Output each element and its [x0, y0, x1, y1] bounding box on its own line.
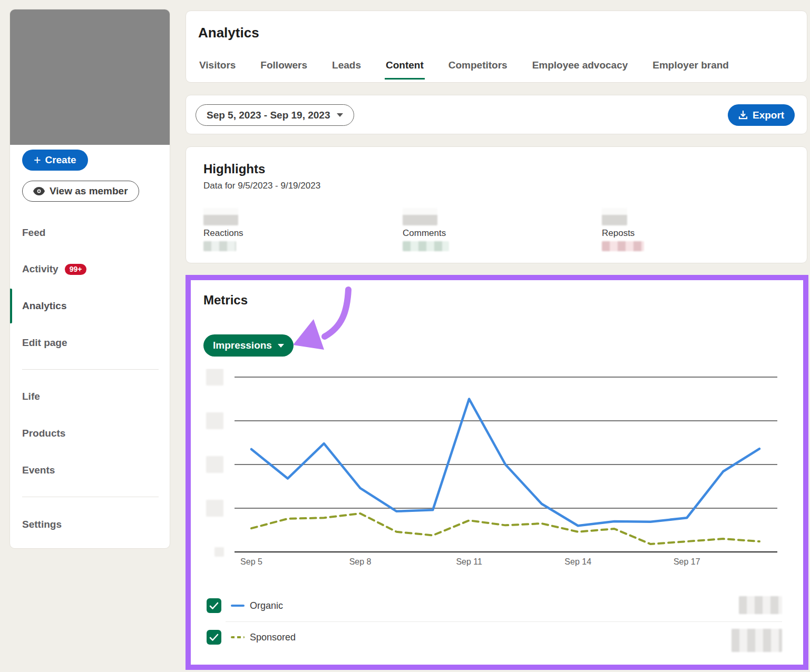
legend-label: Sponsored — [250, 632, 296, 643]
redacted-y-tick — [206, 500, 223, 517]
tab-employer-brand[interactable]: Employer brand — [651, 60, 730, 80]
export-label: Export — [753, 110, 784, 121]
sidebar-item-label: Products — [22, 428, 65, 439]
redacted-value-block — [731, 629, 782, 652]
metric-label: Reactions — [203, 228, 340, 239]
create-button[interactable]: + Create — [22, 150, 88, 171]
highlights-subtitle: Data for 9/5/2023 - 9/19/2023 — [203, 181, 320, 191]
legend-divider — [226, 621, 782, 622]
sidebar-item-products[interactable]: Products — [10, 423, 170, 444]
legend-row-organic: Organic — [191, 596, 803, 615]
redacted-change-block — [403, 241, 449, 251]
tab-content[interactable]: Content — [385, 60, 425, 80]
plus-icon: + — [34, 154, 41, 166]
redacted-y-tick — [214, 547, 224, 557]
sidebar-item-label: Edit page — [22, 337, 67, 349]
sidebar: + Create View as member Feed Activity 99… — [9, 9, 170, 549]
sidebar-divider — [22, 369, 159, 370]
x-tick-label: Sep 14 — [564, 557, 591, 566]
export-button[interactable]: Export — [728, 104, 795, 126]
tab-competitors[interactable]: Competitors — [447, 60, 509, 80]
legend-label: Organic — [250, 600, 283, 611]
sidebar-item-life[interactable]: Life — [10, 386, 170, 407]
organic-checkbox[interactable] — [207, 598, 221, 613]
sidebar-item-label: Activity — [22, 263, 58, 275]
toolbar-card: Sep 5, 2023 - Sep 19, 2023 Export — [186, 95, 807, 134]
impressions-line-chart[interactable]: Sep 5Sep 8Sep 11Sep 14Sep 17 — [200, 369, 780, 569]
tab-leads[interactable]: Leads — [331, 60, 362, 80]
x-tick-label: Sep 5 — [240, 557, 262, 566]
x-tick-label: Sep 8 — [349, 557, 372, 566]
redacted-value-block — [602, 208, 627, 225]
chevron-down-icon — [337, 113, 343, 117]
view-as-member-label: View as member — [50, 185, 128, 197]
caret-down-icon — [278, 344, 284, 348]
metric-selector-dropdown[interactable]: Impressions — [203, 334, 294, 357]
tab-visitors[interactable]: Visitors — [198, 60, 237, 80]
redacted-value-block — [403, 208, 437, 225]
organic-line-swatch — [231, 605, 245, 607]
tab-employee-advocacy[interactable]: Employee advocacy — [531, 60, 629, 80]
redacted-value-block — [739, 596, 782, 614]
highlights-card: Highlights Data for 9/5/2023 - 9/19/2023… — [186, 146, 807, 263]
sponsored-checkbox[interactable] — [207, 630, 221, 645]
highlight-metric-reposts: Reposts — [602, 208, 739, 251]
sponsored-line-swatch — [231, 636, 245, 638]
series-organic — [251, 399, 759, 526]
analytics-tabs: Visitors Followers Leads Content Competi… — [198, 60, 730, 80]
create-button-label: Create — [45, 154, 76, 166]
annotation-arrow — [280, 283, 365, 368]
sidebar-item-label: Life — [22, 391, 40, 402]
redacted-y-tick — [206, 456, 223, 473]
redacted-value-block — [203, 208, 238, 225]
analytics-header-card: Analytics Visitors Followers Leads Conte… — [186, 11, 807, 83]
x-tick-label: Sep 11 — [456, 557, 482, 566]
redacted-y-tick — [206, 369, 223, 386]
legend-row-sponsored: Sponsored — [191, 628, 803, 647]
highlight-metric-comments: Comments — [403, 208, 540, 251]
activity-count-badge: 99+ — [65, 264, 87, 275]
sidebar-item-feed[interactable]: Feed — [10, 222, 170, 243]
redacted-change-block — [602, 241, 644, 251]
sidebar-item-settings[interactable]: Settings — [10, 514, 170, 535]
sidebar-item-label: Feed — [22, 227, 45, 239]
redacted-change-block — [203, 241, 236, 251]
download-icon — [738, 111, 748, 120]
metric-label: Comments — [403, 228, 540, 239]
view-as-member-button[interactable]: View as member — [22, 181, 139, 202]
metric-label: Reposts — [602, 228, 739, 239]
eye-icon — [33, 187, 45, 195]
highlight-metric-reactions: Reactions — [203, 208, 340, 251]
date-range-label: Sep 5, 2023 - Sep 19, 2023 — [207, 110, 330, 121]
metrics-card-highlight-frame: Metrics Impressions Sep 5Sep 8Sep 11Sep … — [186, 275, 808, 670]
sidebar-item-label: Analytics — [22, 300, 66, 312]
sidebar-item-edit-page[interactable]: Edit page — [10, 332, 170, 353]
metric-selector-label: Impressions — [213, 340, 272, 351]
sidebar-item-activity[interactable]: Activity 99+ — [10, 259, 170, 280]
page-title: Analytics — [198, 25, 259, 41]
x-tick-label: Sep 17 — [674, 557, 700, 566]
sidebar-item-label: Settings — [22, 519, 62, 530]
page-logo-placeholder — [10, 9, 170, 145]
redacted-y-tick — [206, 412, 223, 429]
sidebar-item-events[interactable]: Events — [10, 460, 170, 481]
metrics-title: Metrics — [203, 293, 248, 308]
highlights-title: Highlights — [203, 162, 265, 176]
sidebar-item-analytics[interactable]: Analytics — [10, 295, 170, 317]
date-range-selector[interactable]: Sep 5, 2023 - Sep 19, 2023 — [196, 104, 354, 126]
sidebar-divider — [22, 497, 159, 497]
sidebar-item-label: Events — [22, 465, 55, 476]
tab-followers[interactable]: Followers — [259, 60, 308, 80]
